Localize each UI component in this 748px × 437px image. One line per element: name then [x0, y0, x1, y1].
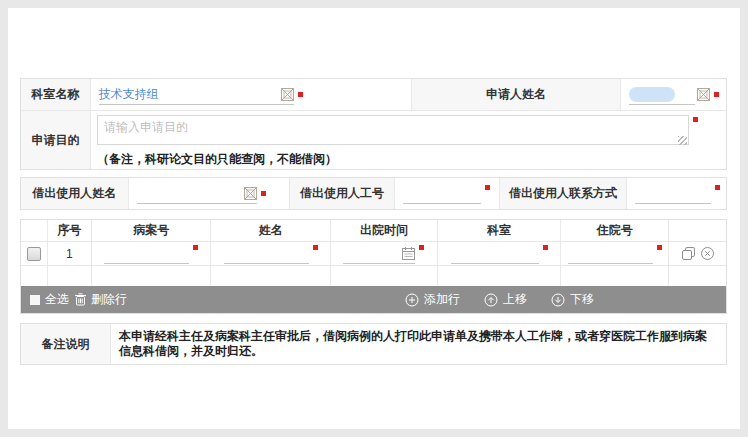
medical-record-borrow-form: 科室名称 技术支持组 申请人姓名 — [20, 78, 727, 365]
borrower-name-field — [129, 178, 291, 209]
borrower-contact-input[interactable] — [635, 184, 711, 204]
move-up-icon[interactable] — [484, 293, 498, 307]
borrower-row: 借出使用人姓名 借出使用人工号 借出使用人联系方式 — [21, 178, 726, 209]
required-marker — [485, 185, 490, 190]
remove-row-icon[interactable] — [700, 246, 715, 261]
header-index: 序号 — [48, 220, 92, 242]
row-actions-cell — [669, 242, 726, 266]
add-row-icon[interactable] — [405, 293, 419, 307]
dept-applicant-row: 科室名称 技术支持组 申请人姓名 — [21, 79, 726, 111]
required-marker — [715, 185, 720, 190]
header-department: 科室 — [438, 220, 562, 242]
required-marker — [693, 117, 698, 122]
applicant-name-field — [621, 79, 726, 111]
delete-row-label[interactable]: 删除行 — [91, 291, 127, 308]
select-all-checkbox[interactable] — [30, 295, 40, 305]
admission-no-input[interactable] — [568, 244, 653, 264]
lookup-icon[interactable] — [697, 88, 710, 101]
delete-row-button[interactable]: 删除行 — [75, 291, 127, 308]
toolbar-center-group: 添加行 上移 下移 — [405, 291, 594, 308]
resize-grip-icon[interactable] — [678, 136, 687, 145]
dept-name-label: 科室名称 — [21, 79, 91, 111]
required-marker — [193, 245, 198, 250]
purpose-field: （备注，科研论文目的只能查阅，不能借阅） — [91, 111, 726, 169]
borrower-workid-label: 借出使用人工号 — [290, 178, 395, 209]
table-header-row: 序号 病案号 姓名 出院时间 科室 住院号 — [21, 220, 726, 242]
dept-name-value[interactable]: 技术支持组 — [99, 86, 159, 103]
borrower-workid-field — [395, 178, 500, 209]
required-marker — [419, 245, 424, 250]
basic-info-section: 科室名称 技术支持组 申请人姓名 — [20, 78, 727, 170]
required-marker — [543, 245, 548, 250]
row-index: 1 — [48, 242, 92, 266]
header-patient-name: 姓名 — [211, 220, 331, 242]
purpose-note: （备注，科研论文目的只能查阅，不能借阅） — [97, 151, 726, 168]
dept-name-field: 技术支持组 — [91, 79, 412, 111]
remarks-section: 备注说明 本申请经科主任及病案科主任审批后，借阅病例的人打印此申请单及携带本人工… — [20, 323, 727, 365]
copy-row-icon[interactable] — [681, 246, 696, 261]
row-checkbox[interactable] — [27, 247, 41, 261]
select-all-control[interactable]: 全选 — [30, 291, 75, 308]
record-no-input[interactable] — [104, 244, 189, 264]
required-marker — [261, 191, 266, 196]
record-no-cell — [92, 242, 212, 266]
patient-name-cell — [211, 242, 331, 266]
discharge-date-cell — [331, 242, 438, 266]
required-marker — [657, 245, 662, 250]
lookup-icon[interactable] — [244, 187, 257, 200]
remarks-label: 备注说明 — [21, 324, 111, 364]
purpose-label: 申请目的 — [21, 111, 91, 169]
borrower-name-input[interactable] — [137, 184, 257, 204]
required-marker — [714, 92, 719, 97]
remarks-row: 备注说明 本申请经科主任及病案科主任审批后，借阅病例的人打印此申请单及携带本人工… — [21, 324, 726, 364]
content-panel: 科室名称 技术支持组 申请人姓名 — [8, 8, 740, 429]
applicant-name-input[interactable] — [629, 85, 695, 105]
move-down-icon[interactable] — [551, 293, 565, 307]
purpose-textarea[interactable] — [97, 115, 689, 145]
table-row: 1 — [21, 242, 726, 266]
required-marker — [298, 92, 303, 97]
borrower-contact-label: 借出使用人联系方式 — [500, 178, 628, 209]
table-empty-row — [21, 266, 726, 286]
lookup-icon[interactable] — [281, 88, 294, 101]
add-row-label[interactable]: 添加行 — [424, 291, 460, 308]
header-record-no: 病案号 — [92, 220, 212, 242]
remarks-text: 本申请经科主任及病案科主任审批后，借阅病例的人打印此申请单及携带本人工作牌，或者… — [111, 324, 726, 364]
table-toolbar: 全选 删除行 添加行 上移 — [21, 286, 726, 313]
discharge-date-input[interactable] — [343, 244, 415, 264]
required-marker — [313, 245, 318, 250]
records-table-section: 序号 病案号 姓名 出院时间 科室 住院号 1 — [20, 219, 727, 314]
header-actions-col — [669, 220, 726, 242]
admission-no-cell — [561, 242, 669, 266]
redacted-applicant-name — [629, 87, 675, 102]
purpose-row: 申请目的 （备注，科研论文目的只能查阅，不能借阅） — [21, 111, 726, 169]
calendar-icon[interactable] — [402, 247, 415, 260]
department-input[interactable] — [451, 244, 539, 264]
borrower-name-label: 借出使用人姓名 — [21, 178, 129, 209]
header-discharge-date: 出院时间 — [331, 220, 438, 242]
move-up-label[interactable]: 上移 — [503, 291, 527, 308]
page-background: 科室名称 技术支持组 申请人姓名 — [0, 0, 748, 437]
borrower-info-section: 借出使用人姓名 借出使用人工号 借出使用人联系方式 — [20, 177, 727, 210]
borrower-contact-field — [627, 178, 726, 209]
dept-name-input[interactable]: 技术支持组 — [99, 85, 294, 105]
applicant-name-label: 申请人姓名 — [412, 79, 621, 111]
purpose-textarea-wrap — [97, 115, 689, 148]
select-all-label[interactable]: 全选 — [45, 291, 69, 308]
row-checkbox-cell — [21, 242, 48, 266]
header-checkbox-col — [21, 220, 48, 242]
move-down-label[interactable]: 下移 — [570, 291, 594, 308]
borrower-workid-input[interactable] — [403, 184, 481, 204]
trash-icon[interactable] — [75, 293, 86, 306]
department-cell — [438, 242, 562, 266]
header-admission-no: 住院号 — [561, 220, 669, 242]
patient-name-input[interactable] — [224, 244, 309, 264]
